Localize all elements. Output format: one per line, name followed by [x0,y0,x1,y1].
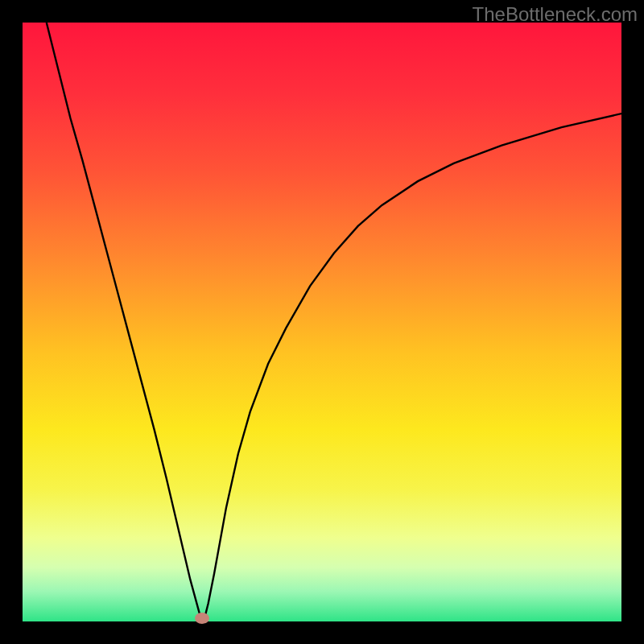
bottleneck-marker [195,613,209,624]
chart-svg [23,23,621,621]
chart-background [23,23,621,621]
chart-plot-area [23,23,621,621]
